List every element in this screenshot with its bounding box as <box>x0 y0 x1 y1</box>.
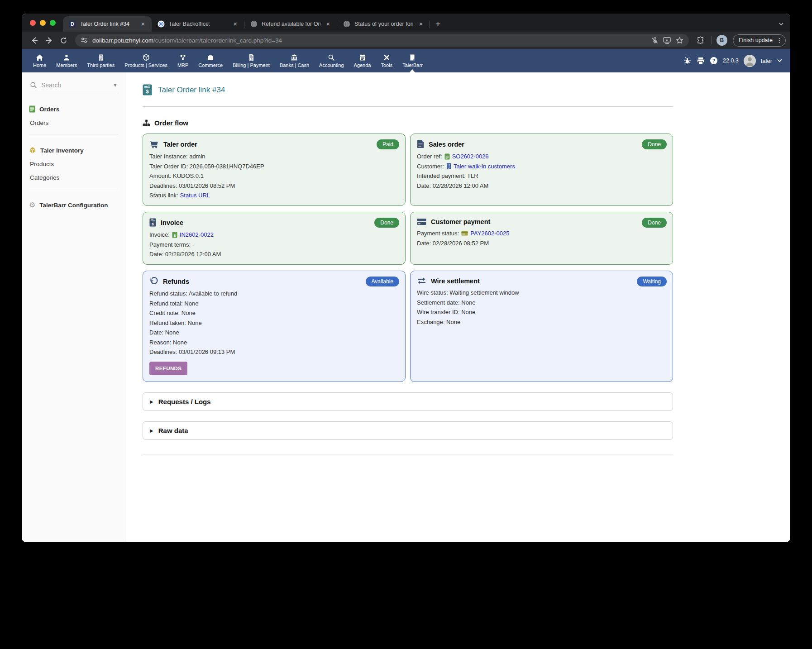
sidebar-divider <box>29 189 119 189</box>
svg-text:$: $ <box>152 222 154 226</box>
menu-products-services[interactable]: Products | Services <box>119 49 172 72</box>
card-row: Reason: None <box>149 339 398 346</box>
sidebar-section-orders[interactable]: Orders <box>29 105 119 113</box>
tab-title: Refund available for Order to <box>262 21 320 27</box>
back-button[interactable] <box>28 34 41 47</box>
sidebar-search[interactable]: ▼ <box>29 81 119 93</box>
reload-button[interactable] <box>57 34 70 47</box>
orders-document-icon <box>29 105 35 113</box>
card-row: Taler Instance: admin <box>149 153 398 160</box>
card-row: Date: None <box>149 329 398 336</box>
finish-update-button[interactable]: Finish update ⋮ <box>733 34 786 47</box>
bottom-divider <box>143 454 673 454</box>
card-row: Invoice: $ IN2602-0022 <box>149 231 398 239</box>
tab-search-chevron-icon[interactable] <box>779 21 790 27</box>
close-window-button[interactable] <box>30 20 36 26</box>
payment-link[interactable]: PAY2602-0025 <box>470 229 509 237</box>
tab-close-icon[interactable]: × <box>324 20 332 28</box>
sidebar-link-products[interactable]: Products <box>29 161 119 167</box>
sales-order-link[interactable]: SO2602-0026 <box>452 153 489 160</box>
tab-title: Taler Backoffice: <box>169 21 228 27</box>
card-taler-order: Taler order Paid Taler Instance: admin T… <box>143 134 406 206</box>
forward-button[interactable] <box>43 34 55 47</box>
menu-billing-payment[interactable]: $ Billing | Payment <box>228 49 275 72</box>
menu-members[interactable]: Members <box>51 49 82 72</box>
search-icon <box>30 81 37 89</box>
sidebar-section-taler-inventory[interactable]: Taler Inventory <box>29 147 119 154</box>
tab-close-icon[interactable]: × <box>231 20 239 28</box>
card-row: Refund taken: None <box>149 319 398 327</box>
card-invoice: $ Invoice Done Invoice: $ IN2602-0 <box>143 212 406 265</box>
card-refunds: Refunds Available Refund status: Availab… <box>143 271 406 382</box>
globe-favicon-icon <box>343 20 350 28</box>
tab-refund-available[interactable]: Refund available for Order to × <box>244 16 337 32</box>
card-row: Amount: KUDOS:0.1 <box>149 172 398 180</box>
tab-title: Status of your order forrefund <box>354 21 413 27</box>
raw-data-section[interactable]: ▶ Raw data <box>143 421 673 440</box>
menu-mrp[interactable]: MRP <box>172 49 193 72</box>
svg-text:$: $ <box>146 89 148 94</box>
customer-link[interactable]: Taler walk-in customers <box>454 162 515 170</box>
sidebar-link-categories[interactable]: Categories <box>29 174 119 181</box>
install-app-icon[interactable] <box>663 37 671 44</box>
card-title: Taler order <box>163 141 197 148</box>
card-row: Intended payment: TLR <box>417 172 665 180</box>
menu-commerce[interactable]: Commerce <box>193 49 228 72</box>
address-bar[interactable]: dolibarr.potuzhnyi.com/custom/talerbarr/… <box>75 34 689 47</box>
username-label: taler <box>761 57 772 64</box>
user-avatar[interactable] <box>744 55 756 67</box>
order-link-document-icon: $ <box>143 84 152 95</box>
debug-bug-icon[interactable] <box>683 57 692 65</box>
fullscreen-window-button[interactable] <box>50 20 56 26</box>
tab-strip: D Taler Order link #34 × Taler Backoffic… <box>22 14 790 32</box>
bookmark-star-icon[interactable] <box>676 37 683 44</box>
status-url-link[interactable]: Status URL <box>180 191 210 199</box>
credit-card-icon <box>417 218 426 225</box>
tab-close-icon[interactable]: × <box>417 20 425 28</box>
card-title: Invoice <box>161 219 183 226</box>
tab-taler-order-link[interactable]: D Taler Order link #34 × <box>63 16 152 32</box>
sidebar-section-talerbarr-config[interactable]: ⚙ TalerBarr Configuration <box>29 201 119 209</box>
status-badge: Available <box>366 277 399 286</box>
tab-close-icon[interactable]: × <box>139 20 147 28</box>
exchange-arrows-icon <box>417 277 426 285</box>
browser-menu-dots-icon[interactable]: ⋮ <box>776 37 783 44</box>
menu-tools[interactable]: Tools <box>376 49 397 72</box>
card-row: Exchange: None <box>417 318 665 326</box>
browser-profile-avatar[interactable]: B <box>716 35 727 46</box>
svg-text:$: $ <box>174 233 176 237</box>
extensions-puzzle-icon[interactable] <box>694 34 707 47</box>
sitemap-icon <box>143 119 150 126</box>
tab-order-status[interactable]: Status of your order forrefund × <box>337 16 430 32</box>
minimize-window-button[interactable] <box>40 20 46 26</box>
order-flow-grid: Taler order Paid Taler Instance: admin T… <box>143 134 673 382</box>
card-row: Settlement date: None <box>417 299 665 306</box>
requests-logs-section[interactable]: ▶ Requests / Logs <box>143 392 673 411</box>
menu-accounting[interactable]: Accounting <box>314 49 349 72</box>
menu-banks-cash[interactable]: Banks | Cash <box>275 49 314 72</box>
invoice-link[interactable]: IN2602-0022 <box>180 231 214 239</box>
dolibarr-top-menu: Home Members Third parties Products | Se… <box>22 49 790 72</box>
macos-window-controls <box>22 14 63 32</box>
search-dropdown-caret-icon[interactable]: ▼ <box>113 82 118 88</box>
sidebar-divider <box>29 134 119 134</box>
menu-home[interactable]: Home <box>28 49 51 72</box>
cart-icon <box>149 140 159 148</box>
search-input[interactable] <box>41 81 109 89</box>
mic-blocked-icon[interactable] <box>651 37 659 44</box>
menu-talerbarr[interactable]: TalerBarr <box>397 49 428 72</box>
menu-agenda[interactable]: Agenda <box>349 49 376 72</box>
print-icon[interactable] <box>697 57 705 64</box>
card-row: Deadlines: 03/01/2026 09:13 PM <box>149 348 398 356</box>
user-menu-chevron-icon[interactable] <box>777 59 782 62</box>
help-icon[interactable]: ? <box>710 57 718 65</box>
site-settings-icon[interactable] <box>81 37 88 43</box>
new-tab-button[interactable]: + <box>430 19 446 29</box>
tab-taler-backoffice[interactable]: Taler Backoffice: × <box>152 16 244 32</box>
menu-third-parties[interactable]: Third parties <box>82 49 119 72</box>
payment-card-olive-icon <box>461 231 468 236</box>
sidebar-link-orders[interactable]: Orders <box>29 119 119 126</box>
card-row: Wire transfer ID: None <box>417 308 665 316</box>
refunds-button[interactable]: REFUNDS <box>149 362 187 375</box>
card-row: Taler Order ID: 2026.059-0381HNQ7D46EP <box>149 162 398 170</box>
